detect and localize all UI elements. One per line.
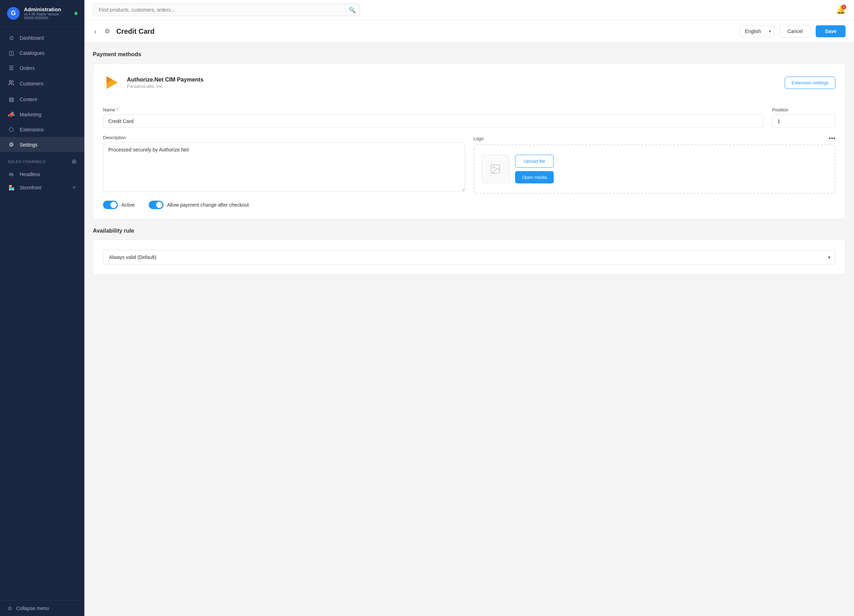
allow-payment-label: Allow payment change after checkout xyxy=(167,202,249,208)
sidebar-item-label: Content xyxy=(20,97,37,102)
svg-point-4 xyxy=(493,167,494,168)
add-channel-icon[interactable]: ⊕ xyxy=(72,158,77,166)
orders-icon: ☰ xyxy=(8,65,15,71)
sidebar-item-label: Marketing xyxy=(20,112,41,117)
payment-methods-card: Authorize.Net CIM Payments ParadoxLabs, … xyxy=(93,63,846,219)
logo-group: Logo ••• Upload file Open media xyxy=(474,135,836,194)
settings-icon: ⚙ xyxy=(8,141,15,148)
availability-rule-card: Always valid (Default) Custom rule xyxy=(93,240,846,275)
sidebar-item-storefront[interactable]: 🏪 Storefront 👁 xyxy=(0,181,84,194)
cancel-button[interactable]: Cancel xyxy=(779,25,811,38)
sales-channels-section: Sales Channels ⊕ xyxy=(0,152,84,167)
save-button[interactable]: Save xyxy=(816,25,846,37)
sidebar-item-label: Dashboard xyxy=(20,35,44,41)
logo-menu-button[interactable]: ••• xyxy=(829,135,836,142)
logo-label: Logo xyxy=(474,136,484,141)
dashboard-icon: ⊙ xyxy=(8,35,15,41)
search-icon-button[interactable]: 🔍 xyxy=(349,7,356,13)
sidebar-nav: ⊙ Dashboard ◫ Catalogues ☰ Orders Custom… xyxy=(0,27,84,600)
collapse-icon: ⊙ xyxy=(8,605,12,611)
svg-point-0 xyxy=(9,81,12,82)
position-group: Position xyxy=(772,107,836,128)
extension-settings-button[interactable]: Extension settings xyxy=(785,77,836,89)
position-input[interactable] xyxy=(772,114,836,128)
page-header: ‹ ⚙ Credit Card English German French Sp… xyxy=(84,20,854,43)
logo-upload-area: Upload file Open media xyxy=(474,144,836,194)
name-group: Name * xyxy=(103,107,764,128)
sidebar-item-customers[interactable]: Customers xyxy=(0,76,84,92)
position-label: Position xyxy=(772,107,836,113)
app-version: v6.4.99 Stable Version 99999.9999999 xyxy=(24,12,70,20)
plugin-logo xyxy=(103,73,121,92)
description-textarea[interactable]: Processed securely by Authorize.Net xyxy=(103,142,465,192)
notification-button[interactable]: 🔔 1 xyxy=(836,5,846,14)
plugin-name: Authorize.Net CIM Payments xyxy=(127,77,779,83)
sidebar-item-settings[interactable]: ⚙ Settings xyxy=(0,137,84,152)
plugin-header: Authorize.Net CIM Payments ParadoxLabs, … xyxy=(103,73,836,99)
sidebar-item-orders[interactable]: ☰ Orders xyxy=(0,61,84,76)
notification-badge: 1 xyxy=(841,5,846,9)
topbar: 🔍 🔔 1 xyxy=(84,0,854,20)
sidebar-item-headless[interactable]: 🛍 Headless xyxy=(0,167,84,181)
logo-buttons: Upload file Open media xyxy=(515,155,554,183)
collapse-label: Collapse menu xyxy=(16,605,49,611)
sidebar-item-content[interactable]: ▤ Content xyxy=(0,92,84,107)
language-selector-wrap: English German French Spanish xyxy=(740,25,775,37)
availability-select-wrap: Always valid (Default) Custom rule xyxy=(103,250,836,265)
app-title: Administration xyxy=(24,6,70,12)
extensions-icon: ⬡ xyxy=(8,126,15,133)
sales-channels-title: Sales Channels xyxy=(8,160,46,164)
required-indicator: * xyxy=(116,107,118,113)
name-input[interactable] xyxy=(103,114,764,128)
toggle-row: Active Allow payment change after checko… xyxy=(103,201,836,209)
catalogues-icon: ◫ xyxy=(8,50,15,56)
allow-payment-toggle[interactable] xyxy=(149,201,163,209)
page-settings-button[interactable]: ⚙ xyxy=(103,26,111,37)
language-selector[interactable]: English German French Spanish xyxy=(740,25,775,37)
search-wrap: 🔍 xyxy=(93,3,360,16)
active-toggle[interactable] xyxy=(103,201,118,209)
headless-icon: 🛍 xyxy=(8,172,15,177)
search-input[interactable] xyxy=(93,3,360,16)
logo-preview xyxy=(481,155,509,183)
availability-select[interactable]: Always valid (Default) Custom rule xyxy=(103,250,836,265)
allow-payment-toggle-item: Allow payment change after checkout xyxy=(149,201,249,209)
plugin-vendor: ParadoxLabs, Inc xyxy=(127,84,779,89)
topbar-actions: 🔔 1 xyxy=(836,5,846,14)
sidebar-item-label: Customers xyxy=(20,81,44,87)
channel-label: Storefront xyxy=(20,185,41,190)
status-dot xyxy=(75,12,77,15)
plugin-info: Authorize.Net CIM Payments ParadoxLabs, … xyxy=(127,77,779,89)
main-content: 🔍 🔔 1 ‹ ⚙ Credit Card English German Fre… xyxy=(84,0,854,616)
sidebar-item-label: Orders xyxy=(20,65,35,71)
customers-icon xyxy=(8,80,15,88)
description-group: Description Processed securely by Author… xyxy=(103,135,465,194)
eye-icon[interactable]: 👁 xyxy=(72,185,77,190)
description-logo-row: Description Processed securely by Author… xyxy=(103,135,836,194)
upload-file-button[interactable]: Upload file xyxy=(515,155,554,167)
content-icon: ▤ xyxy=(8,96,15,103)
name-label: Name * xyxy=(103,107,764,113)
name-position-row: Name * Position xyxy=(103,107,836,128)
sidebar-item-extensions[interactable]: ⬡ Extensions xyxy=(0,122,84,137)
sidebar-header: G Administration v6.4.99 Stable Version … xyxy=(0,0,84,27)
availability-rule-title: Availability rule xyxy=(93,228,846,234)
sidebar-item-dashboard[interactable]: ⊙ Dashboard xyxy=(0,30,84,45)
sidebar-item-catalogues[interactable]: ◫ Catalogues xyxy=(0,45,84,61)
sidebar-item-label: Extensions xyxy=(20,127,44,132)
back-button[interactable]: ‹ xyxy=(93,26,98,37)
sidebar-item-label: Catalogues xyxy=(20,50,45,56)
active-label: Active xyxy=(121,202,135,208)
sidebar-item-marketing[interactable]: 📣 Marketing xyxy=(0,107,84,122)
collapse-menu-button[interactable]: ⊙ Collapse menu xyxy=(0,600,84,616)
sidebar-brand: Administration v6.4.99 Stable Version 99… xyxy=(24,6,70,20)
image-placeholder-icon xyxy=(490,163,501,175)
description-label: Description xyxy=(103,135,465,140)
sidebar: G Administration v6.4.99 Stable Version … xyxy=(0,0,84,616)
marketing-icon: 📣 xyxy=(8,111,15,118)
storefront-icon: 🏪 xyxy=(8,185,15,190)
sidebar-item-label: Settings xyxy=(20,142,38,148)
payment-methods-title: Payment methods xyxy=(93,51,846,58)
open-media-button[interactable]: Open media xyxy=(515,171,554,183)
active-toggle-item: Active xyxy=(103,201,135,209)
